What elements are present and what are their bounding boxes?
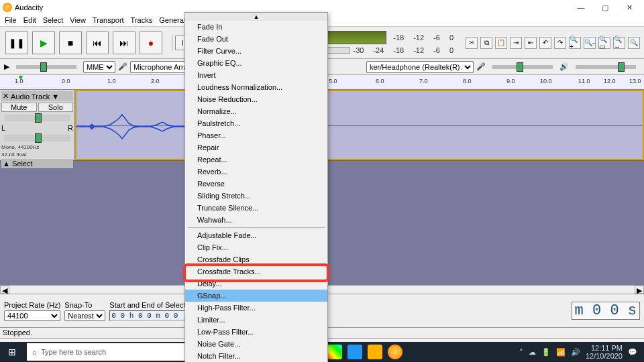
track-menu-icon[interactable]: ▼ <box>52 93 59 101</box>
stop-button[interactable]: ■ <box>59 32 82 54</box>
zoom-out-icon[interactable]: 🔍- <box>584 37 596 49</box>
search-icon: ⌕ <box>32 348 37 356</box>
effect-repeat[interactable]: Repeat... <box>185 154 327 166</box>
taskbar-app-paint[interactable] <box>327 345 342 359</box>
effect-reverse[interactable]: Reverse <box>185 178 327 190</box>
effect-loudness-normalization[interactable]: Loudness Normalization... <box>185 81 327 93</box>
effect-adjustable-fade[interactable]: Adjustable Fade... <box>185 229 327 241</box>
speaker-icon: 🔊 <box>559 62 569 71</box>
effect-reverb[interactable]: Reverb... <box>185 166 327 178</box>
mic-icon-3: 🎤 <box>476 62 486 71</box>
effect-phaser[interactable]: Phaser... <box>185 129 327 141</box>
pan-l: L <box>1 124 5 132</box>
effect-truncate-silence[interactable]: Truncate Silence... <box>185 202 327 214</box>
output-device-select[interactable]: ker/Headphone (Realtek(R) A <box>366 61 474 73</box>
zoom-sel-icon[interactable]: 🔍▭ <box>598 37 610 49</box>
effect-low-pass-filter[interactable]: Low-Pass Filter... <box>185 326 327 338</box>
effect-paulstretch[interactable]: Paulstretch... <box>185 117 327 129</box>
close-button[interactable]: ✕ <box>623 3 636 12</box>
record-button[interactable]: ● <box>140 32 162 54</box>
track-close-icon[interactable]: ✕ <box>3 92 9 101</box>
start-button[interactable]: ⊞ <box>3 343 21 361</box>
menu-select[interactable]: Select <box>40 15 67 26</box>
skip-start-button[interactable]: ⏮ <box>86 32 109 54</box>
effect-crossfade-clips[interactable]: Crossfade Clips <box>185 253 327 265</box>
effect-wahwah[interactable]: Wahwah... <box>185 214 327 226</box>
menu-transport[interactable]: Transport <box>89 15 127 26</box>
solo-button[interactable]: Solo <box>38 103 74 112</box>
play-speed-icon: ▶ <box>4 62 9 71</box>
play-speed-slider[interactable] <box>16 65 76 69</box>
pause-button[interactable]: ❚❚ <box>5 32 28 54</box>
effect-notch-filter[interactable]: Notch Filter... <box>185 350 327 362</box>
maximize-button[interactable]: ▢ <box>598 3 612 12</box>
paste-icon[interactable]: 📋 <box>495 37 507 49</box>
effect-noise-gate[interactable]: Noise Gate... <box>185 338 327 350</box>
effect-limiter[interactable]: Limiter... <box>185 314 327 326</box>
redo-icon[interactable]: ↷ <box>554 37 566 49</box>
effect-fade-in[interactable]: Fade In <box>185 21 327 33</box>
app-logo-icon <box>3 3 12 12</box>
copy-icon[interactable]: ⧉ <box>480 37 492 49</box>
tray-wifi-icon[interactable]: 📶 <box>556 348 566 357</box>
meter-scale-top: -18-12-60 <box>393 34 453 42</box>
tray-volume-icon[interactable]: 🔊 <box>571 348 580 357</box>
track-collapse-icon[interactable]: ▲ <box>3 160 10 168</box>
taskbar-search[interactable]: ⌕ Type here to search <box>27 343 201 361</box>
track-select[interactable]: Select <box>12 160 33 168</box>
track-format-rate: Mono, 44100Hz <box>1 144 73 150</box>
effect-graphic-eq[interactable]: Graphic EQ... <box>185 57 327 69</box>
menu-edit[interactable]: Edit <box>20 15 40 26</box>
taskbar-app-audacity[interactable] <box>388 345 402 359</box>
menu-scroll-up-icon[interactable]: ▲ <box>185 13 327 21</box>
host-select[interactable]: MME <box>83 61 115 73</box>
effect-fade-out[interactable]: Fade Out <box>185 33 327 45</box>
effect-delay[interactable]: Delay... <box>185 278 327 290</box>
tray-date[interactable]: 12/10/2020 <box>586 352 623 360</box>
silence-icon[interactable]: ⇤ <box>525 37 537 49</box>
project-rate-select[interactable]: 44100 <box>4 310 60 321</box>
pan-slider[interactable] <box>4 135 70 141</box>
system-tray[interactable]: ˄ ☁ 🔋 📶 🔊 12:11 PM 12/10/2020 💬 <box>519 344 641 360</box>
search-placeholder: Type here to search <box>41 348 106 356</box>
effect-normalize[interactable]: Normalize... <box>185 105 327 117</box>
minimize-button[interactable]: — <box>574 3 588 12</box>
track-control-panel[interactable]: ✕ Audio Track ▼ MuteSolo LR Mono, 44100H… <box>0 90 75 160</box>
taskbar-app-folder[interactable] <box>368 345 382 359</box>
taskbar-app-4[interactable] <box>347 345 362 359</box>
tray-battery-icon[interactable]: 🔋 <box>541 348 551 357</box>
tray-chevron-icon[interactable]: ˄ <box>519 348 523 357</box>
skip-end-button[interactable]: ⏭ <box>113 32 136 54</box>
zoom-in-icon[interactable]: 🔍+ <box>569 37 581 49</box>
scroll-left-icon[interactable]: ◀ <box>0 286 9 294</box>
menu-view[interactable]: View <box>66 15 89 26</box>
scroll-right-icon[interactable]: ▶ <box>635 286 644 294</box>
effect-gsnap[interactable]: GSnap... <box>185 290 327 302</box>
menu-tracks[interactable]: Tracks <box>127 15 156 26</box>
rec-volume-slider[interactable] <box>492 65 553 69</box>
tray-cloud-icon[interactable]: ☁ <box>529 348 536 357</box>
play-button[interactable]: ▶ <box>32 32 55 54</box>
zoom-toggle-icon[interactable]: 🔍 <box>628 37 640 49</box>
undo-icon[interactable]: ↶ <box>539 37 551 49</box>
project-rate-label: Project Rate (Hz) <box>4 301 60 309</box>
effect-invert[interactable]: Invert <box>185 69 327 81</box>
mute-button[interactable]: Mute <box>1 103 37 112</box>
menu-file[interactable]: File <box>1 15 20 26</box>
gain-slider[interactable] <box>4 115 70 121</box>
play-volume-slider[interactable] <box>576 65 636 69</box>
effect-repair[interactable]: Repair <box>185 141 327 154</box>
cut-icon[interactable]: ✂ <box>466 37 478 49</box>
effect-clip-fix[interactable]: Clip Fix... <box>185 241 327 253</box>
trim-icon[interactable]: ⇥ <box>510 37 522 49</box>
tray-notification-icon[interactable]: 💬 <box>628 348 637 357</box>
effect-filter-curve[interactable]: Filter Curve... <box>185 45 327 57</box>
effect-crossfade-tracks[interactable]: Crossfade Tracks... <box>185 265 327 278</box>
effect-noise-reduction[interactable]: Noise Reduction... <box>185 93 327 105</box>
zoom-fit-icon[interactable]: 🔍↔ <box>613 37 625 49</box>
effect-high-pass-filter[interactable]: High-Pass Filter... <box>185 302 327 314</box>
effect-sliding-stretch[interactable]: Sliding Stretch... <box>185 190 327 202</box>
snap-to-select[interactable]: Nearest <box>64 310 105 321</box>
waveform-display[interactable] <box>75 90 644 160</box>
tray-time[interactable]: 12:11 PM <box>586 344 623 352</box>
